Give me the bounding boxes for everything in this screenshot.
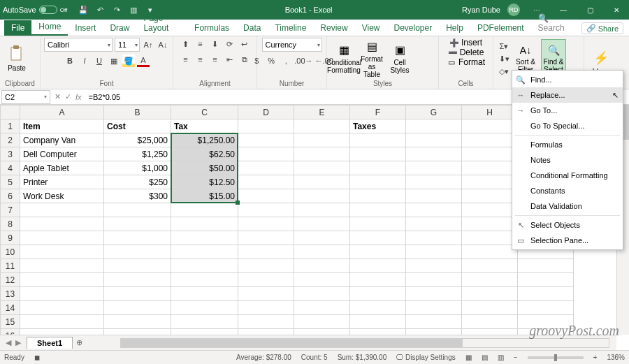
cell[interactable]: Printer <box>20 175 104 189</box>
row-header[interactable]: 9 <box>1 231 20 245</box>
row-header[interactable]: 3 <box>1 147 20 161</box>
tab-data[interactable]: Data <box>236 20 268 36</box>
tab-help[interactable]: Help <box>439 20 470 36</box>
cell[interactable] <box>238 161 294 175</box>
cell[interactable] <box>238 245 294 259</box>
tab-timeline[interactable]: Timeline <box>268 20 313 36</box>
cell[interactable] <box>294 315 350 329</box>
delete-cells-button[interactable]: ➖Delete <box>448 48 484 57</box>
display-settings-button[interactable]: 🖵 Display Settings <box>396 354 455 361</box>
qat-icon[interactable]: ▾ <box>145 5 155 15</box>
cell[interactable] <box>462 133 518 147</box>
cell[interactable] <box>171 245 238 259</box>
cell[interactable]: Item <box>20 119 104 133</box>
record-macro-icon[interactable]: ◼ <box>34 354 40 361</box>
view-page-break-icon[interactable]: ▥ <box>498 354 504 361</box>
grow-font-icon[interactable]: A↑ <box>142 38 154 51</box>
cell[interactable] <box>238 189 294 203</box>
menu-conditional-formatting[interactable]: Conditional Formatting <box>512 168 623 183</box>
cell[interactable] <box>238 273 294 287</box>
col-header[interactable]: B <box>104 105 171 119</box>
cell[interactable] <box>406 203 462 217</box>
cell[interactable] <box>238 259 294 273</box>
cell[interactable] <box>238 315 294 329</box>
cell[interactable] <box>406 119 462 133</box>
tab-home[interactable]: Home <box>31 19 68 36</box>
row-header[interactable]: 12 <box>1 273 20 287</box>
cell[interactable] <box>406 147 462 161</box>
cell[interactable] <box>406 133 462 147</box>
menu-notes[interactable]: Notes <box>512 152 623 168</box>
fx-icon[interactable]: fx <box>75 93 82 101</box>
cell[interactable]: $1,250 <box>104 147 171 161</box>
user-avatar[interactable]: RD <box>507 3 520 16</box>
cell[interactable] <box>406 315 462 329</box>
cell[interactable]: $12.50 <box>171 175 238 189</box>
cell[interactable] <box>238 301 294 315</box>
cell[interactable] <box>294 259 350 273</box>
redo-icon[interactable]: ↷ <box>112 5 122 15</box>
view-page-layout-icon[interactable]: ▤ <box>482 354 488 361</box>
save-icon[interactable]: 💾 <box>78 5 88 15</box>
tab-file[interactable]: File <box>4 20 31 36</box>
cell[interactable]: $250 <box>104 175 171 189</box>
increase-decimal-icon[interactable]: .00→ <box>294 54 312 67</box>
col-header[interactable]: C <box>171 105 238 119</box>
zoom-out-icon[interactable]: − <box>514 354 518 361</box>
paste-button[interactable]: Paste <box>4 39 29 78</box>
fill-handle-icon[interactable] <box>236 201 240 205</box>
row-header[interactable]: 14 <box>1 301 20 315</box>
cell-styles-button[interactable]: ▣Cell Styles <box>387 39 412 78</box>
cell[interactable] <box>20 315 104 329</box>
cell[interactable]: Cost <box>104 119 171 133</box>
cell[interactable] <box>350 217 406 231</box>
cell[interactable] <box>104 259 171 273</box>
cell[interactable] <box>350 245 406 259</box>
cell[interactable]: $15.00 <box>171 189 238 203</box>
cell[interactable] <box>462 175 518 189</box>
cell[interactable] <box>462 315 518 329</box>
cell[interactable] <box>294 287 350 301</box>
underline-button[interactable]: U <box>93 54 106 67</box>
align-top-icon[interactable]: ⬆ <box>180 38 192 50</box>
cell[interactable] <box>350 175 406 189</box>
cell[interactable] <box>406 287 462 301</box>
cell[interactable] <box>294 161 350 175</box>
autosum-icon[interactable]: Σ▾ <box>498 40 510 52</box>
tab-insert[interactable]: Insert <box>68 20 103 36</box>
cell[interactable] <box>462 301 518 315</box>
tab-page-layout[interactable]: Page Layout <box>136 10 187 36</box>
cell[interactable] <box>406 245 462 259</box>
cell[interactable] <box>238 147 294 161</box>
align-bottom-icon[interactable]: ⬇ <box>209 38 222 50</box>
row-header[interactable]: 1 <box>1 119 20 133</box>
cell[interactable] <box>406 301 462 315</box>
cell[interactable] <box>462 217 518 231</box>
zoom-in-icon[interactable]: + <box>593 354 598 361</box>
tab-formulas[interactable]: Formulas <box>187 20 236 36</box>
cell[interactable]: $1,000 <box>104 161 171 175</box>
fill-color-button[interactable]: 🪣 <box>122 54 135 67</box>
menu-formulas[interactable]: Formulas <box>512 137 623 152</box>
cell[interactable] <box>294 175 350 189</box>
row-header[interactable]: 10 <box>1 245 20 259</box>
cell[interactable] <box>20 245 104 259</box>
align-middle-icon[interactable]: ≡ <box>194 38 207 50</box>
row-header[interactable]: 11 <box>1 259 20 273</box>
tab-draw[interactable]: Draw <box>103 20 136 36</box>
cell[interactable] <box>20 301 104 315</box>
cell[interactable] <box>238 133 294 147</box>
sheet-tab[interactable]: Sheet1 <box>27 337 73 349</box>
menu-data-validation[interactable]: Data Validation <box>512 198 623 214</box>
qat-icon[interactable]: ▥ <box>129 5 138 15</box>
cell[interactable] <box>171 203 238 217</box>
cell[interactable]: Company Van <box>20 133 104 147</box>
cell[interactable] <box>238 119 294 133</box>
cell[interactable] <box>20 287 104 301</box>
horizontal-scrollbar[interactable] <box>120 338 609 348</box>
tab-pdfelement[interactable]: PDFelement <box>470 20 531 36</box>
cell[interactable]: Taxes <box>350 119 406 133</box>
cell[interactable] <box>406 231 462 245</box>
percent-icon[interactable]: % <box>265 54 277 67</box>
cell[interactable] <box>294 147 350 161</box>
